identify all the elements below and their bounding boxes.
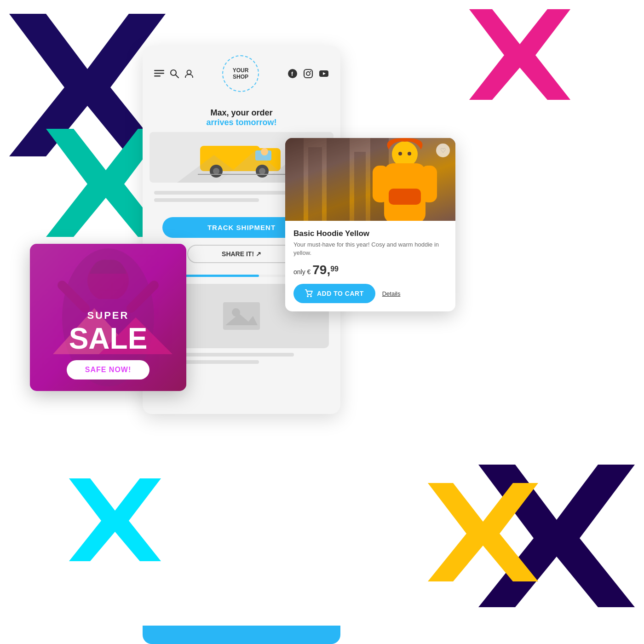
svg-point-39 — [392, 141, 418, 167]
svg-rect-8 — [154, 75, 161, 77]
instagram-icon[interactable] — [303, 69, 313, 79]
nav-icons — [154, 69, 194, 78]
svg-point-16 — [310, 71, 311, 72]
product-image: ♡ — [285, 138, 455, 221]
user-icon[interactable] — [184, 69, 194, 78]
order-subtitle: arrives tomorrow! — [154, 118, 329, 127]
svg-rect-6 — [154, 70, 164, 71]
svg-rect-35 — [308, 147, 322, 221]
svg-point-11 — [187, 70, 191, 75]
background-x-cyan — [69, 478, 161, 575]
product-info: Basic Hoodie Yellow Your must-have for t… — [285, 221, 455, 311]
product-actions: ADD TO CART Details — [293, 284, 447, 303]
svg-rect-14 — [304, 69, 312, 78]
sale-super-text: SUPER — [87, 310, 129, 322]
product-price: only € 79,99 — [293, 263, 447, 277]
svg-rect-7 — [154, 73, 164, 74]
svg-rect-43 — [389, 189, 421, 205]
svg-rect-42 — [421, 166, 437, 202]
sale-now-button[interactable]: SAFE NOW! — [67, 360, 150, 380]
cart-icon — [305, 289, 313, 298]
svg-marker-3 — [469, 9, 570, 100]
social-icons: f — [288, 69, 329, 79]
svg-point-46 — [307, 295, 309, 297]
svg-point-15 — [306, 72, 310, 75]
order-section: Max, your order arrives tomorrow! — [143, 99, 340, 132]
shop-logo: YOUR SHOP — [222, 55, 259, 92]
background-x-dark-blue — [9, 14, 166, 179]
svg-rect-34 — [285, 138, 304, 221]
sale-main-text: SALE — [69, 324, 148, 353]
svg-point-47 — [310, 295, 312, 297]
hoodie-person-silhouette — [373, 138, 437, 221]
shop-card-bottom-bar — [143, 626, 340, 644]
sale-content: SUPER SALE SAFE NOW! — [30, 244, 186, 391]
svg-point-45 — [408, 152, 411, 155]
svg-line-10 — [176, 75, 178, 78]
details-link[interactable]: Details — [382, 290, 401, 297]
svg-marker-1 — [478, 465, 635, 607]
svg-rect-37 — [354, 152, 366, 221]
product-description: Your must-have for this year! Cosy and w… — [293, 241, 447, 257]
add-to-cart-button[interactable]: ADD TO CART — [293, 284, 375, 303]
svg-rect-41 — [373, 166, 389, 202]
wishlist-heart-icon[interactable]: ♡ — [436, 144, 450, 157]
facebook-icon[interactable]: f — [288, 69, 298, 79]
youtube-icon[interactable] — [319, 69, 329, 79]
product-card: ♡ Basic Hoodie Yellow Your must-have for… — [285, 138, 455, 311]
svg-rect-36 — [327, 138, 350, 221]
svg-marker-5 — [428, 483, 538, 581]
placeholder-line-2 — [154, 198, 259, 202]
shop-header: YOUR SHOP f — [143, 46, 340, 99]
svg-point-9 — [171, 70, 176, 75]
menu-icon[interactable] — [154, 70, 164, 77]
background-x-pink — [469, 9, 570, 115]
svg-marker-4 — [69, 478, 161, 561]
product-name: Basic Hoodie Yellow — [293, 229, 447, 238]
share-it-button[interactable]: SHARE IT! ↗ — [187, 245, 296, 263]
placeholder-line-1 — [154, 191, 294, 195]
background-x-dark-purple — [478, 465, 635, 630]
svg-point-44 — [398, 152, 402, 155]
sale-card: SUPER SALE SAFE NOW! — [30, 244, 186, 391]
search-icon[interactable] — [170, 69, 179, 78]
placeholder-image-icon — [223, 302, 260, 330]
svg-marker-0 — [9, 14, 166, 156]
order-title: Max, your order — [154, 108, 329, 118]
background-x-yellow — [428, 483, 538, 598]
